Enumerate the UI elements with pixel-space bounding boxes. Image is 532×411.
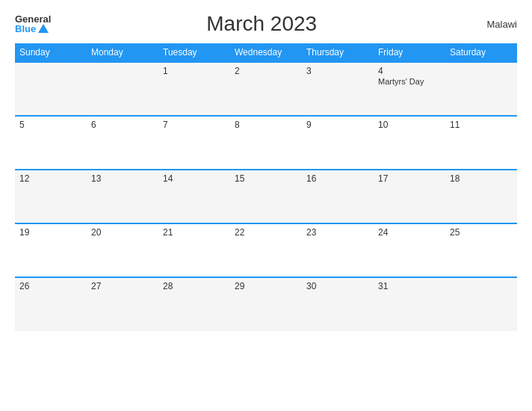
calendar-cell: 10 <box>374 116 445 170</box>
calendar-cell: 9 <box>302 116 374 170</box>
event-label: Martyrs' Day <box>378 77 424 86</box>
calendar-cell: 12 <box>15 170 87 223</box>
calendar-cell <box>445 277 517 331</box>
header: General Blue March 2023 Malawi <box>15 12 517 36</box>
day-number: 13 <box>91 173 154 184</box>
calendar-cell: 26 <box>15 277 87 331</box>
day-number: 2 <box>235 66 297 76</box>
day-number: 29 <box>235 281 297 291</box>
calendar-cell: 7 <box>158 116 230 170</box>
day-number: 28 <box>163 281 226 291</box>
weekday-header-row: Sunday Monday Tuesday Wednesday Thursday… <box>15 43 517 62</box>
header-saturday: Saturday <box>445 43 517 62</box>
calendar-week-row: 262728293031 <box>15 277 517 331</box>
day-number: 23 <box>306 227 369 238</box>
calendar-cell: 11 <box>445 116 517 170</box>
day-number: 20 <box>91 227 154 238</box>
logo-triangle-icon <box>38 24 49 33</box>
calendar-cell: 17 <box>374 170 445 223</box>
calendar-cell: 1 <box>158 62 230 116</box>
day-number: 4 <box>378 66 441 76</box>
calendar-cell: 6 <box>87 116 158 170</box>
header-tuesday: Tuesday <box>158 43 230 62</box>
day-number: 5 <box>19 120 82 130</box>
calendar-cell: 5 <box>15 116 87 170</box>
day-number: 7 <box>163 120 226 130</box>
calendar-cell: 2 <box>230 62 302 116</box>
calendar-cell: 24 <box>374 223 445 277</box>
calendar-cell: 19 <box>15 223 87 277</box>
day-number: 10 <box>378 120 441 130</box>
day-number: 1 <box>163 66 226 76</box>
day-number: 24 <box>378 227 441 238</box>
header-wednesday: Wednesday <box>230 43 302 62</box>
calendar-cell <box>445 62 517 116</box>
calendar-cell: 3 <box>302 62 374 116</box>
day-number: 9 <box>306 120 369 130</box>
calendar-week-row: 12131415161718 <box>15 170 517 223</box>
day-number: 26 <box>19 281 82 291</box>
day-number: 16 <box>306 173 369 184</box>
calendar-cell: 27 <box>87 277 158 331</box>
calendar-week-row: 567891011 <box>15 116 517 170</box>
calendar-page: General Blue March 2023 Malawi Sunday Mo… <box>0 0 532 411</box>
calendar-cell <box>87 62 158 116</box>
calendar-cell: 15 <box>230 170 302 223</box>
day-number: 25 <box>450 227 513 238</box>
calendar-cell: 30 <box>302 277 374 331</box>
calendar-table: Sunday Monday Tuesday Wednesday Thursday… <box>15 43 517 331</box>
header-sunday: Sunday <box>15 43 87 62</box>
day-number: 6 <box>91 120 154 130</box>
day-number: 15 <box>235 173 297 184</box>
day-number: 19 <box>19 227 82 238</box>
calendar-cell: 13 <box>87 170 158 223</box>
calendar-week-row: 19202122232425 <box>15 223 517 277</box>
calendar-cell: 31 <box>374 277 445 331</box>
calendar-cell: 25 <box>445 223 517 277</box>
calendar-cell: 29 <box>230 277 302 331</box>
calendar-cell: 21 <box>158 223 230 277</box>
day-number: 17 <box>378 173 441 184</box>
day-number: 12 <box>19 173 82 184</box>
country-label: Malawi <box>472 19 517 30</box>
calendar-cell: 22 <box>230 223 302 277</box>
day-number: 18 <box>450 173 513 184</box>
calendar-cell: 28 <box>158 277 230 331</box>
calendar-cell: 23 <box>302 223 374 277</box>
day-number: 30 <box>306 281 369 291</box>
day-number: 11 <box>450 120 513 130</box>
calendar-cell: 20 <box>87 223 158 277</box>
calendar-cell: 8 <box>230 116 302 170</box>
calendar-cell <box>15 62 87 116</box>
day-number: 3 <box>306 66 369 76</box>
header-friday: Friday <box>374 43 445 62</box>
calendar-cell: 4Martyrs' Day <box>374 62 445 116</box>
day-number: 8 <box>235 120 297 130</box>
header-thursday: Thursday <box>302 43 374 62</box>
calendar-cell: 18 <box>445 170 517 223</box>
calendar-cell: 16 <box>302 170 374 223</box>
logo-blue-text: Blue <box>15 24 49 34</box>
day-number: 14 <box>163 173 226 184</box>
calendar-week-row: 1234Martyrs' Day <box>15 62 517 116</box>
day-number: 22 <box>235 227 297 238</box>
day-number: 31 <box>378 281 441 291</box>
day-number: 21 <box>163 227 226 238</box>
day-number: 27 <box>91 281 154 291</box>
calendar-title: March 2023 <box>51 12 472 36</box>
logo: General Blue <box>15 14 51 34</box>
calendar-cell: 14 <box>158 170 230 223</box>
header-monday: Monday <box>87 43 158 62</box>
